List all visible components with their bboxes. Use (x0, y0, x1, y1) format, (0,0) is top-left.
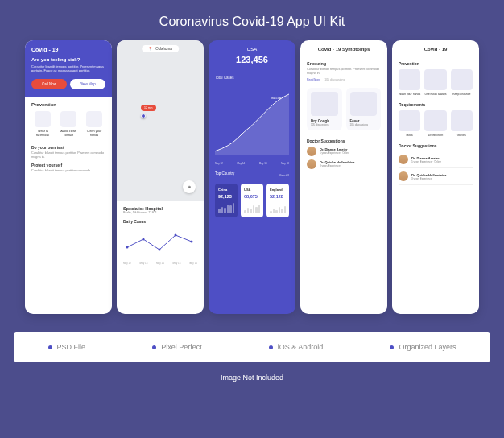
doctor-row[interactable]: Dr. Dianne Ameter5 years Experience · On… (399, 151, 473, 168)
location-chip[interactable]: 📍Oklahoma (142, 45, 179, 52)
screen-prevention: Covid - 19 Prevention Wash your hands Us… (392, 40, 479, 314)
stats-dates: May 12May 14May 16May 18 (209, 162, 295, 165)
sneezing-detail: Sneezing Curabitur blandit tempus portti… (300, 58, 387, 85)
screens-row: Covid - 19 Are you feeling sick? Curabit… (10, 40, 494, 314)
prevention-title: Prevention (399, 61, 473, 66)
prevention-item-hands[interactable]: Clean your hands (83, 111, 105, 137)
features-bar: PSD File Pixel Perfect iOS & Android Org… (14, 332, 490, 362)
crosshair-icon: ⊕ (188, 184, 191, 189)
chart-dates: May 12May 13May 14May 15May 16 (123, 262, 197, 265)
map-view[interactable]: 📍Oklahoma 12 min ⊕ (117, 40, 204, 201)
hospital-address: Berlin, Oklahoma, 73401 (123, 211, 197, 214)
avatar (399, 155, 408, 164)
symptoms-header: Covid - 19 Symptomps (300, 40, 387, 58)
marker-dot-icon (141, 114, 146, 118)
daily-cases-chart (123, 227, 204, 259)
mask-illustration (424, 69, 446, 90)
feature-organized: Organized Layers (390, 343, 456, 351)
svg-point-0 (126, 246, 129, 249)
prevention-grid: Prevention Wash your hands Use mask alwa… (392, 58, 479, 99)
symptom-cards: Dry Cough 105 discussions Fever 105 disc… (300, 85, 387, 134)
sneezing-title: Sneezing (307, 61, 381, 66)
fever-illustration (350, 92, 378, 116)
svg-point-3 (175, 234, 177, 237)
tip-protect-title: Protect yourself (31, 163, 105, 167)
svg-point-1 (143, 238, 145, 241)
total-label: Total Cases (209, 71, 295, 81)
call-now-button[interactable]: Call Now (31, 79, 67, 89)
feature-ios-android: iOS & Android (269, 343, 324, 351)
req-mask[interactable]: Mask (399, 110, 420, 137)
screen-symptoms: Covid - 19 Symptomps Sneezing Curabitur … (300, 40, 387, 314)
prevention-section: Prevention Wear a facemask Avoid close c… (25, 97, 112, 142)
doctor-row[interactable]: Dr. Quiche Hollandaise3 years Experience (399, 168, 473, 185)
cough-illustration (311, 92, 338, 116)
doctor-suggestions: Doctor Suggestions Dr. Dianne Ameter5 ye… (300, 134, 387, 177)
pin-icon: 📍 (148, 47, 153, 51)
avatar (399, 171, 408, 181)
country-card-england[interactable]: England 52,128 (266, 184, 289, 217)
facemask-icon (35, 111, 51, 127)
total-count: 123,456 (215, 55, 289, 64)
screen-stats: USA 123,456 Total Cases 94,578 May 12May… (209, 40, 295, 314)
view-all-link[interactable]: View All (279, 174, 289, 177)
country-card-china[interactable]: China 92,123 (215, 184, 238, 217)
screen-map: 📍Oklahoma 12 min ⊕ Specialist Hospital B… (117, 40, 204, 314)
disinfectant-icon (424, 110, 446, 131)
daily-cases-title: Daily Cases (123, 219, 197, 224)
image-disclaimer: Image Not Included (221, 374, 283, 382)
feature-pixel-perfect: Pixel Perfect (152, 343, 202, 351)
locate-me-button[interactable]: ⊕ (183, 180, 196, 193)
prevention-items: Wear a facemask Avoid close contact Clea… (31, 111, 105, 137)
svg-point-4 (191, 241, 193, 243)
req-disinfectant[interactable]: Disinfectant (424, 110, 446, 137)
symptom-card-cough[interactable]: Dry Cough 105 discussions (307, 88, 342, 130)
prevention-item-facemask[interactable]: Wear a facemask (31, 111, 54, 137)
feeling-sick-question: Are you feeling sick? (31, 57, 105, 62)
prevention-header: Covid - 19 (392, 40, 479, 58)
sneezing-links: Read More 105 discussions (307, 78, 381, 81)
prev-use-mask[interactable]: Use mask always (424, 69, 446, 96)
page-title: Coronavirus Covid-19 App UI Kit (159, 14, 345, 29)
svg-point-2 (159, 249, 161, 251)
country-card-usa[interactable]: USA 68,675 (241, 184, 263, 217)
mask-icon (399, 110, 420, 131)
wash-hands-icon (86, 111, 102, 127)
prev-keep-distance[interactable]: Keep distance (451, 69, 473, 96)
top-country-title: Top Country (215, 171, 234, 176)
avatar (307, 159, 316, 169)
peak-label: 94,578 (271, 96, 281, 100)
requirements-grid: Requirements Mask Disinfectant Gloves (392, 99, 479, 140)
doctors-title: Doctor Suggestions (307, 138, 381, 143)
gloves-icon (451, 110, 473, 131)
app-name: Covid - 19 (31, 47, 105, 52)
home-header: Covid - 19 Are you feeling sick? Curabit… (25, 40, 112, 97)
requirements-title: Requirements (399, 102, 473, 107)
avatar (307, 147, 316, 156)
distance-illustration (451, 69, 473, 90)
feature-psd: PSD File (48, 343, 86, 351)
top-country-section: Top Country View All China 92,123 USA 68… (209, 165, 295, 224)
prevention-item-contact[interactable]: Avoid close contact (57, 111, 80, 137)
prevention-title: Prevention (31, 102, 105, 107)
country-selector[interactable]: USA (215, 47, 289, 52)
sneezing-desc: Curabitur blandit tempus porttitor. Prae… (307, 68, 381, 76)
view-map-button[interactable]: View Map (70, 79, 105, 89)
doctor-suggestions: Doctor Suggestions Dr. Dianne Ameter5 ye… (392, 140, 479, 188)
symptom-card-fever[interactable]: Fever 105 discussions (346, 88, 382, 130)
total-cases-chart: 94,578 (209, 81, 295, 162)
req-gloves[interactable]: Gloves (451, 110, 473, 137)
tip-own-test-title: Do your own test (31, 145, 105, 150)
read-more-link[interactable]: Read More (307, 78, 320, 81)
tip-own-test-text: Curabitur blandit tempus porttitor. Prae… (31, 151, 105, 159)
distance-icon (60, 111, 76, 127)
doctor-row[interactable]: Dr. Dianne Ameter5 years Experience · On… (307, 147, 381, 156)
cta-buttons: Call Now View Map (31, 79, 105, 89)
tips-section: Do your own test Curabitur blandit tempu… (25, 142, 112, 180)
prev-wash-hands[interactable]: Wash your hands (399, 69, 420, 96)
map-marker[interactable]: 12 min (141, 105, 156, 118)
screen-home: Covid - 19 Are you feeling sick? Curabit… (25, 40, 112, 314)
map-info-panel: Specialist Hospital Berlin, Oklahoma, 73… (117, 201, 204, 270)
feeling-sick-desc: Curabitur blandit tempus porttitor. Prae… (31, 64, 105, 72)
doctor-row[interactable]: Dr. Quiche Hollandaise3 years Experience (307, 159, 381, 169)
